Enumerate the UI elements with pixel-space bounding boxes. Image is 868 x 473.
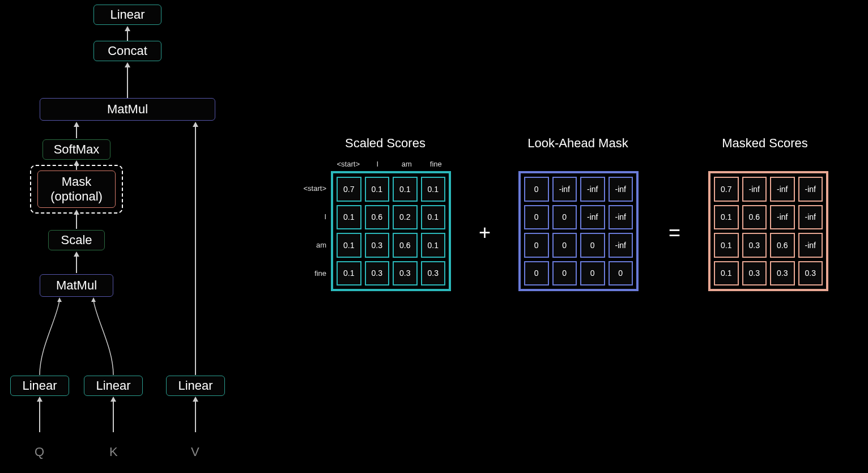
cell: 0 [580,261,605,286]
cell: 0.1 [714,233,739,258]
scaled-scores-title: Scaled Scores [337,136,433,151]
svg-marker-1 [91,297,96,302]
row-label: I [293,212,326,221]
arrow-head-icon [125,62,130,67]
cell: 0.3 [742,233,767,258]
cell: 0.3 [393,261,418,286]
arrow-head-icon [193,122,198,127]
linear-k-label: Linear [96,378,130,393]
k-input-label: K [109,445,118,459]
matmul-bottom-box: MatMul [40,274,113,297]
cell: 0.6 [770,233,795,258]
cell: -inf [552,177,577,202]
cell: 0.1 [365,177,390,202]
cell: 0.3 [421,261,446,286]
row-labels: <start> I am fine [293,176,326,286]
scale-label: Scale [61,233,92,248]
arrow-head-icon [193,397,198,402]
cell: 0.1 [337,205,361,230]
col-label: <start> [335,160,361,168]
linear-q-label: Linear [22,378,57,393]
softmax-box: SoftMax [42,139,110,160]
cell: -inf [798,205,823,230]
cell: 0 [580,233,605,258]
row-label: am [293,241,326,249]
cell: -inf [580,177,605,202]
plus-operator: + [479,221,491,245]
cell: 0 [524,233,549,258]
matmul-top-label: MatMul [107,102,148,117]
arrow-line [76,214,77,229]
scaled-scores-matrix: 0.7 0.1 0.1 0.1 0.1 0.6 0.2 0.1 0.1 0.3 … [331,171,451,291]
q-input-label: Q [35,445,44,459]
arrow-line [113,401,114,432]
mask-box: Mask (optional) [37,171,116,208]
cell: 0.3 [798,261,823,286]
cell: -inf [580,205,605,230]
masked-scores-matrix: 0.7 -inf -inf -inf 0.1 0.6 -inf -inf 0.1… [708,171,828,291]
lookahead-mask-title: Look-Ahead Mask [521,136,635,151]
linear-top-label: Linear [110,7,144,22]
arrow-head-icon [110,397,116,402]
arrow-line [76,126,77,138]
arrow-line [127,67,128,98]
cell: -inf [770,205,795,230]
col-label: fine [423,160,449,168]
cell: -inf [609,233,633,258]
linear-q-box: Linear [10,376,69,396]
cell: 0.6 [393,233,418,258]
linear-v-label: Linear [178,378,212,393]
col-label: am [394,160,420,168]
qk-connector-svg [8,297,144,376]
cell: -inf [742,177,767,202]
scale-box: Scale [48,230,105,250]
cell: 0 [552,261,577,286]
cell: 0.1 [714,205,739,230]
concat-box: Concat [93,41,161,61]
cell: 0.3 [365,233,390,258]
svg-marker-0 [57,297,62,302]
arrow-head-icon [37,397,42,402]
linear-v-box: Linear [166,376,225,396]
cell: 0.7 [714,177,739,202]
lookahead-mask-matrix: 0 -inf -inf -inf 0 0 -inf -inf 0 0 0 -in… [518,171,639,291]
cell: 0.6 [742,205,767,230]
cell: 0.1 [421,205,446,230]
cell: -inf [609,177,633,202]
arrow-line [76,256,77,273]
cell: 0 [552,205,577,230]
mask-label: Mask (optional) [50,174,103,204]
equals-operator: = [669,221,680,245]
cell: -inf [770,177,795,202]
arrow-head-icon [74,160,79,165]
cell: 0 [552,233,577,258]
cell: 0.2 [393,205,418,230]
cell: 0 [609,261,633,286]
arrow-head-icon [125,26,130,31]
concat-label: Concat [108,44,147,58]
cell: -inf [798,177,823,202]
cell: 0.1 [337,261,361,286]
linear-top-box: Linear [93,5,161,25]
arrow-head-icon [74,252,79,257]
attention-flow-diagram: Linear Concat MatMul SoftMax Mask (optio… [8,0,235,473]
v-input-label: V [191,445,199,459]
cell: 0 [524,205,549,230]
arrow-line [127,31,128,41]
arrow-line [39,401,40,432]
arrow-line [195,126,196,375]
arrow-head-icon [74,122,79,127]
cell: 0.1 [393,177,418,202]
cell: 0.3 [770,261,795,286]
col-labels: <start> I am fine [335,160,449,168]
matmul-top-box: MatMul [40,98,215,121]
cell: 0.3 [365,261,390,286]
cell: 0 [524,177,549,202]
cell: -inf [798,233,823,258]
row-label: <start> [293,184,326,193]
row-label: fine [293,269,326,278]
softmax-label: SoftMax [54,142,100,157]
matmul-bottom-label: MatMul [56,278,97,293]
cell: 0.1 [421,177,446,202]
cell: 0.3 [742,261,767,286]
